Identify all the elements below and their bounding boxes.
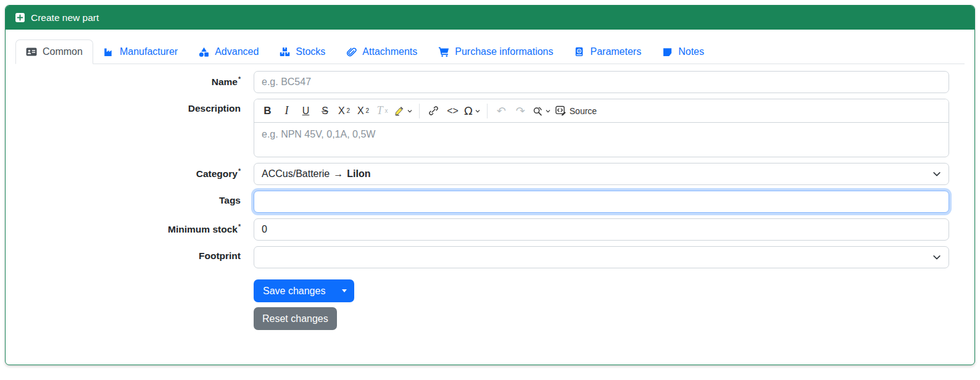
minimum-stock-label: Minimum stock* — [15, 218, 254, 241]
toolbar-separator — [419, 104, 420, 118]
minimum-stock-input[interactable] — [254, 218, 949, 241]
undo-button[interactable]: ↶ — [492, 102, 511, 120]
actions-row: Save changes Reset changes — [15, 279, 965, 330]
tab-label: Notes — [678, 46, 704, 57]
special-characters-button[interactable]: Ω — [462, 102, 483, 120]
cart-icon — [438, 46, 449, 57]
boxes-icon — [280, 47, 290, 57]
name-label: Name* — [15, 71, 254, 93]
paperclip-icon — [346, 47, 357, 57]
caret-down-icon — [342, 289, 347, 292]
shapes-icon — [199, 47, 209, 57]
description-editor: B I U S X2 X2 Tx — [254, 99, 949, 157]
chevron-down-icon — [932, 253, 941, 262]
find-replace-button[interactable] — [530, 102, 553, 120]
footprint-label: Footprint — [15, 246, 254, 268]
required-asterisk: * — [238, 75, 241, 83]
save-button-group: Save changes — [254, 279, 354, 302]
tab-attachments[interactable]: Attachments — [336, 39, 428, 64]
link-button[interactable] — [424, 102, 443, 120]
tab-advanced[interactable]: Advanced — [188, 39, 269, 64]
tab-label: Common — [43, 46, 83, 57]
redo-button[interactable]: ↷ — [511, 102, 530, 120]
card-header: Create new part — [6, 6, 974, 30]
source-button[interactable]: Source — [553, 102, 599, 120]
description-row: Description B I U S X2 X2 Tx — [15, 99, 965, 157]
tab-common[interactable]: Common — [15, 39, 93, 64]
tab-label: Stocks — [296, 46, 325, 57]
create-part-form: Name* Description B I U — [15, 71, 965, 330]
tags-row: Tags — [15, 191, 965, 213]
id-card-icon — [26, 46, 37, 57]
italic-button[interactable]: I — [277, 102, 296, 120]
page-title: Create new part — [31, 12, 99, 23]
strikethrough-button[interactable]: S — [315, 102, 334, 120]
factory-icon — [104, 47, 114, 57]
chevron-down-icon — [932, 170, 941, 178]
highlight-button[interactable] — [392, 102, 415, 120]
book-icon — [574, 47, 584, 57]
tab-label: Purchase informations — [455, 46, 553, 57]
chevron-down-icon — [475, 108, 481, 114]
tab-purchase-informations[interactable]: Purchase informations — [428, 39, 563, 64]
category-label: Category* — [15, 163, 254, 185]
name-row: Name* — [15, 71, 965, 93]
tab-stocks[interactable]: Stocks — [269, 39, 336, 64]
remove-format-button[interactable]: Tx — [373, 102, 392, 120]
create-part-card: Create new part Common Manufacturer Adva… — [5, 5, 975, 365]
card-body: Common Manufacturer Advanced Stocks — [6, 30, 974, 345]
reset-changes-button[interactable]: Reset changes — [254, 307, 337, 330]
find-replace-icon — [532, 105, 543, 117]
sticky-note-icon — [662, 47, 673, 57]
chevron-down-icon — [545, 108, 551, 114]
tab-parameters[interactable]: Parameters — [563, 39, 652, 64]
plus-square-icon — [15, 12, 25, 23]
code-button[interactable]: <> — [443, 102, 462, 120]
required-asterisk: * — [238, 223, 241, 230]
save-dropdown-toggle[interactable] — [334, 279, 354, 302]
subscript-button[interactable]: X2 — [334, 102, 354, 120]
tags-label: Tags — [15, 191, 254, 213]
description-input[interactable]: e.g. NPN 45V, 0,1A, 0,5W — [254, 123, 949, 157]
category-row: Category* ACCus/Batterie → LiIon — [15, 163, 965, 185]
underline-button[interactable]: U — [296, 102, 315, 120]
marker-pen-icon — [394, 105, 405, 117]
editor-toolbar: B I U S X2 X2 Tx — [254, 99, 949, 123]
tab-manufacturer[interactable]: Manufacturer — [93, 39, 188, 64]
tab-label: Attachments — [362, 46, 417, 57]
bold-button[interactable]: B — [258, 102, 277, 120]
tab-label: Advanced — [215, 46, 259, 57]
tab-bar: Common Manufacturer Advanced Stocks — [15, 39, 965, 64]
category-select[interactable]: ACCus/Batterie → LiIon — [254, 163, 949, 185]
category-value: ACCus/Batterie → LiIon — [262, 168, 370, 180]
save-changes-button[interactable]: Save changes — [254, 279, 334, 302]
chevron-down-icon — [407, 108, 413, 114]
tab-notes[interactable]: Notes — [652, 39, 715, 64]
required-asterisk: * — [238, 167, 241, 175]
description-label: Description — [15, 99, 254, 157]
toolbar-separator — [487, 104, 488, 118]
tab-label: Parameters — [590, 46, 641, 57]
footprint-select[interactable] — [254, 246, 949, 268]
tags-input[interactable] — [254, 191, 949, 213]
tab-label: Manufacturer — [120, 46, 178, 57]
minimum-stock-row: Minimum stock* — [15, 218, 965, 241]
name-input[interactable] — [254, 71, 949, 93]
source-code-icon — [555, 105, 567, 117]
footprint-row: Footprint — [15, 246, 965, 268]
link-icon — [428, 105, 439, 116]
superscript-button[interactable]: X2 — [354, 102, 373, 120]
